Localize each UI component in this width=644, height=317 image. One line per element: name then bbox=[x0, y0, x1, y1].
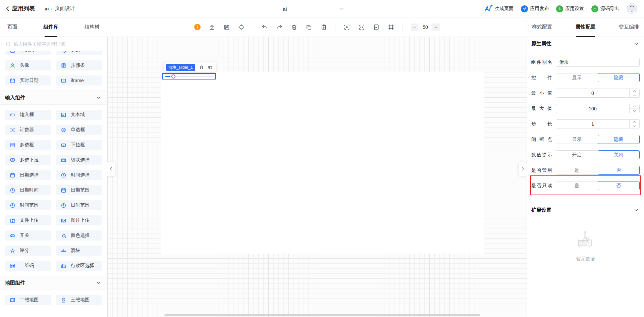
component-section-header[interactable]: 地图组件 bbox=[0, 276, 107, 290]
breakpoints-option-显示[interactable]: 显示 bbox=[556, 135, 598, 144]
component-item-多选框[interactable]: 多选框 bbox=[5, 140, 51, 150]
component-item-级联选择[interactable]: 级联选择 bbox=[56, 155, 102, 165]
disabled-option-是[interactable]: 是 bbox=[556, 166, 598, 175]
frame-icon[interactable] bbox=[388, 24, 394, 31]
topbar-action-export-source[interactable]: 源码导出 bbox=[591, 5, 619, 12]
zoom-in-button[interactable]: + bbox=[432, 23, 440, 31]
component-item-时间范围[interactable]: 时间范围 bbox=[5, 200, 51, 210]
value-tooltip-option-关闭[interactable]: 关闭 bbox=[598, 150, 640, 159]
disabled-option-否[interactable]: 否 bbox=[598, 166, 640, 175]
doc-check-icon[interactable] bbox=[373, 24, 380, 31]
component-item-二维码[interactable]: 二维码 bbox=[5, 261, 51, 271]
component-item-文本域[interactable]: 文本域 bbox=[56, 110, 102, 120]
delete-component-icon[interactable] bbox=[199, 65, 204, 70]
horizontal-scrollbar[interactable] bbox=[164, 314, 480, 316]
redo-icon[interactable] bbox=[276, 24, 283, 31]
increment-icon[interactable] bbox=[630, 104, 639, 109]
component-item-时间选择[interactable]: 时间选择 bbox=[56, 170, 102, 180]
increment-icon[interactable] bbox=[630, 120, 639, 124]
component-section-header[interactable]: 输入组件 bbox=[0, 91, 107, 105]
component-item-日期选择[interactable]: 日期选择 bbox=[5, 170, 51, 180]
canvas-artboard[interactable] bbox=[161, 72, 484, 254]
min-value-value[interactable] bbox=[556, 89, 629, 97]
increment-icon[interactable] bbox=[630, 89, 639, 93]
component-item-多选下拉[interactable]: 多选下拉 bbox=[5, 155, 51, 165]
component-item-滑块[interactable]: 滑块 bbox=[56, 246, 102, 256]
component-item-步骤条[interactable]: 步骤条 bbox=[56, 60, 102, 70]
save-icon[interactable] bbox=[223, 24, 230, 31]
component-item-图片上传[interactable]: 图片上传 bbox=[56, 215, 102, 225]
code-icon[interactable] bbox=[358, 24, 365, 31]
max-value-value[interactable] bbox=[556, 104, 629, 113]
sidebar-tab-组件库[interactable]: 组件库 bbox=[44, 17, 59, 37]
back-app-list[interactable]: 应用列表 bbox=[12, 5, 35, 12]
paste-icon[interactable] bbox=[320, 24, 327, 31]
component-item-二维地图[interactable]: 二维地图 bbox=[5, 295, 51, 305]
back-icon[interactable] bbox=[5, 6, 11, 12]
readonly-option-是[interactable]: 是 bbox=[556, 181, 598, 190]
topbar-action-app-settings[interactable]: 应用设置 bbox=[556, 5, 584, 12]
unlock-icon[interactable] bbox=[209, 24, 215, 31]
decrement-icon[interactable] bbox=[630, 93, 639, 97]
slider-handle[interactable] bbox=[171, 74, 175, 78]
component-item-计数器[interactable]: 计数器 bbox=[5, 125, 51, 135]
panel-tab-属性配置[interactable]: 属性配置 bbox=[575, 17, 596, 37]
topbar-action-generate-page[interactable]: Ai生成页面 bbox=[485, 5, 514, 12]
readonly-option-否[interactable]: 否 bbox=[598, 181, 640, 190]
component-item-日时范围[interactable]: 日时范围 bbox=[56, 200, 102, 210]
component-item-头像[interactable]: 头像 bbox=[5, 60, 51, 70]
native-props-section-header[interactable]: 原生属性 bbox=[527, 37, 644, 51]
panel-tab-样式配置[interactable]: 样式配置 bbox=[531, 17, 553, 37]
duplicate-component-icon[interactable] bbox=[208, 65, 213, 70]
extend-settings-section-header[interactable]: 扩展设置 bbox=[527, 203, 644, 217]
decrement-icon[interactable] bbox=[630, 124, 639, 128]
control-visibility-option-隐藏[interactable]: 隐藏 bbox=[598, 73, 640, 82]
component-item-日期时间[interactable]: 日期时间 bbox=[5, 185, 51, 195]
component-item-iframe[interactable]: iframe bbox=[56, 75, 102, 86]
user-avatar[interactable] bbox=[627, 3, 637, 14]
sidebar-tab-结构树[interactable]: 结构树 bbox=[85, 17, 100, 37]
top-bar: 应用列表 ai / 页面设计 ai Ai生成页面应用发布应用设置源码导出 bbox=[0, 0, 644, 17]
panel-tab-交互编排[interactable]: 交互编排 bbox=[618, 17, 640, 37]
preview-icon[interactable] bbox=[343, 24, 350, 31]
value-tooltip-option-开启[interactable]: 开启 bbox=[556, 150, 598, 159]
component-item-下拉框[interactable]: 下拉框 bbox=[56, 140, 102, 150]
component-item-三维地图[interactable]: 三维地图 bbox=[56, 295, 102, 305]
delete-icon[interactable] bbox=[291, 24, 298, 31]
info-icon[interactable]: i bbox=[194, 24, 201, 30]
control-visibility-option-显示[interactable]: 显示 bbox=[556, 73, 598, 82]
component-item-单选框[interactable]: 单选框 bbox=[56, 125, 102, 135]
collapse-left-panel-handle[interactable] bbox=[107, 162, 115, 176]
component-item-label: 文本域 bbox=[71, 112, 85, 118]
settings-icon bbox=[556, 5, 563, 12]
locate-icon[interactable] bbox=[238, 24, 245, 31]
component-item-颜色选择[interactable]: 颜色选择 bbox=[56, 230, 102, 241]
collapse-right-panel-handle[interactable] bbox=[519, 162, 527, 176]
copy-icon[interactable] bbox=[306, 24, 312, 31]
slider-component[interactable] bbox=[162, 73, 216, 80]
sidebar-tab-页面[interactable]: 页面 bbox=[7, 17, 17, 37]
component-item-空状态[interactable]: 空状态 bbox=[5, 51, 51, 55]
component-item-标记[interactable]: 标记 bbox=[56, 51, 102, 55]
field-label-component-alias: 组件别名 bbox=[531, 59, 552, 65]
star-icon bbox=[10, 248, 15, 254]
component-item-label: 滑块 bbox=[71, 248, 80, 254]
component-item-实时日期[interactable]: 实时日期 bbox=[5, 75, 51, 86]
component-item-文件上传[interactable]: 文件上传 bbox=[5, 215, 51, 225]
step-value[interactable] bbox=[556, 120, 629, 128]
page-selector-dropdown[interactable]: ai bbox=[283, 0, 344, 17]
breakpoints-option-隐藏[interactable]: 隐藏 bbox=[598, 135, 640, 144]
component-item-评分[interactable]: 评分 bbox=[5, 246, 51, 256]
component-search-input[interactable] bbox=[13, 41, 102, 47]
undo-icon[interactable] bbox=[261, 24, 268, 31]
component-item-行政区选择[interactable]: 行政区选择 bbox=[56, 261, 102, 271]
empty-state-text: 暂无数据 bbox=[576, 256, 595, 262]
canvas-grid[interactable]: 滑块_slider_1 bbox=[107, 37, 527, 317]
component-alias-input[interactable] bbox=[556, 58, 640, 67]
topbar-action-app-publish[interactable]: 应用发布 bbox=[521, 5, 549, 12]
zoom-out-button[interactable]: − bbox=[411, 23, 418, 31]
component-item-输入框[interactable]: 输入框 bbox=[5, 110, 51, 120]
decrement-icon[interactable] bbox=[630, 109, 639, 113]
component-item-日期范围[interactable]: 日期范围 bbox=[56, 185, 102, 195]
component-item-开关[interactable]: 开关 bbox=[5, 230, 51, 241]
